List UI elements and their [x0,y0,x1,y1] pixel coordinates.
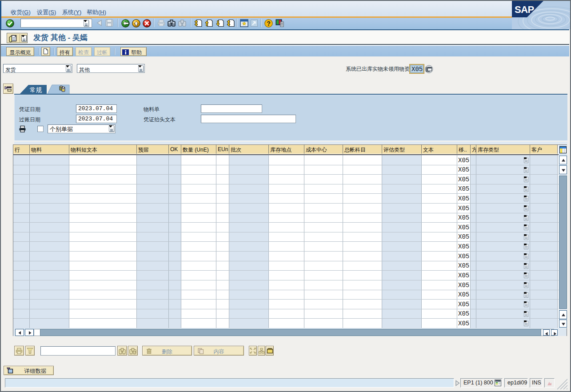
svg-text:SAP: SAP [515,4,534,15]
svg-text:?: ? [267,20,271,27]
svg-text:常规: 常规 [30,87,42,93]
